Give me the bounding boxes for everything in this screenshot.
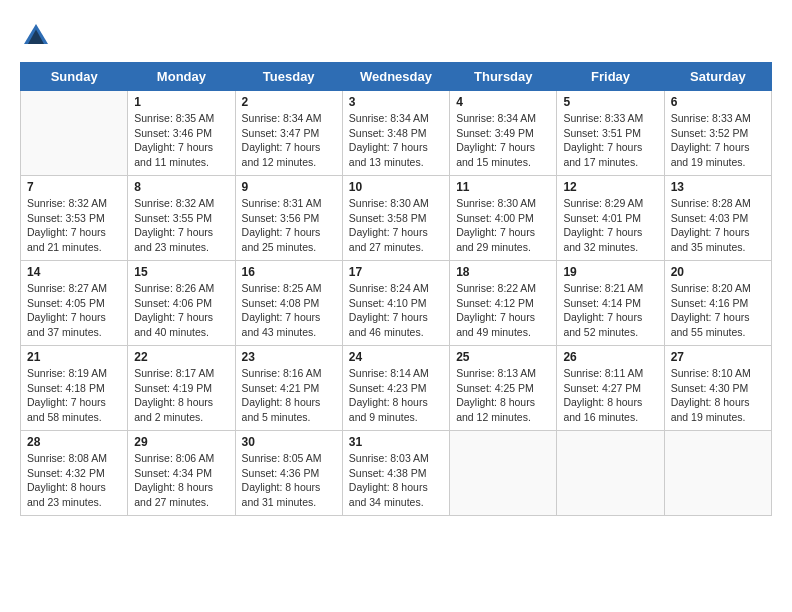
- header-saturday: Saturday: [664, 63, 771, 91]
- cell-details: Sunrise: 8:11 AMSunset: 4:27 PMDaylight:…: [563, 366, 657, 425]
- calendar-cell: 22 Sunrise: 8:17 AMSunset: 4:19 PMDaylig…: [128, 346, 235, 431]
- header-monday: Monday: [128, 63, 235, 91]
- day-number: 15: [134, 265, 228, 279]
- cell-details: Sunrise: 8:13 AMSunset: 4:25 PMDaylight:…: [456, 366, 550, 425]
- logo-icon: [20, 20, 52, 52]
- header-friday: Friday: [557, 63, 664, 91]
- header-sunday: Sunday: [21, 63, 128, 91]
- cell-details: Sunrise: 8:22 AMSunset: 4:12 PMDaylight:…: [456, 281, 550, 340]
- logo: [20, 20, 56, 52]
- calendar-cell: 1 Sunrise: 8:35 AMSunset: 3:46 PMDayligh…: [128, 91, 235, 176]
- page-header: [20, 20, 772, 52]
- calendar-cell: 28 Sunrise: 8:08 AMSunset: 4:32 PMDaylig…: [21, 431, 128, 516]
- calendar-cell: 23 Sunrise: 8:16 AMSunset: 4:21 PMDaylig…: [235, 346, 342, 431]
- day-number: 29: [134, 435, 228, 449]
- day-number: 4: [456, 95, 550, 109]
- calendar-cell: [21, 91, 128, 176]
- day-number: 5: [563, 95, 657, 109]
- calendar-cell: 25 Sunrise: 8:13 AMSunset: 4:25 PMDaylig…: [450, 346, 557, 431]
- calendar-cell: 13 Sunrise: 8:28 AMSunset: 4:03 PMDaylig…: [664, 176, 771, 261]
- cell-details: Sunrise: 8:30 AMSunset: 3:58 PMDaylight:…: [349, 196, 443, 255]
- day-number: 13: [671, 180, 765, 194]
- cell-details: Sunrise: 8:14 AMSunset: 4:23 PMDaylight:…: [349, 366, 443, 425]
- calendar-cell: 9 Sunrise: 8:31 AMSunset: 3:56 PMDayligh…: [235, 176, 342, 261]
- calendar-cell: 24 Sunrise: 8:14 AMSunset: 4:23 PMDaylig…: [342, 346, 449, 431]
- day-number: 18: [456, 265, 550, 279]
- cell-details: Sunrise: 8:19 AMSunset: 4:18 PMDaylight:…: [27, 366, 121, 425]
- day-number: 21: [27, 350, 121, 364]
- day-number: 28: [27, 435, 121, 449]
- cell-details: Sunrise: 8:33 AMSunset: 3:51 PMDaylight:…: [563, 111, 657, 170]
- cell-details: Sunrise: 8:24 AMSunset: 4:10 PMDaylight:…: [349, 281, 443, 340]
- calendar-cell: 27 Sunrise: 8:10 AMSunset: 4:30 PMDaylig…: [664, 346, 771, 431]
- header-tuesday: Tuesday: [235, 63, 342, 91]
- day-number: 12: [563, 180, 657, 194]
- cell-details: Sunrise: 8:35 AMSunset: 3:46 PMDaylight:…: [134, 111, 228, 170]
- calendar-cell: 18 Sunrise: 8:22 AMSunset: 4:12 PMDaylig…: [450, 261, 557, 346]
- week-row-2: 7 Sunrise: 8:32 AMSunset: 3:53 PMDayligh…: [21, 176, 772, 261]
- week-row-1: 1 Sunrise: 8:35 AMSunset: 3:46 PMDayligh…: [21, 91, 772, 176]
- cell-details: Sunrise: 8:20 AMSunset: 4:16 PMDaylight:…: [671, 281, 765, 340]
- cell-details: Sunrise: 8:17 AMSunset: 4:19 PMDaylight:…: [134, 366, 228, 425]
- day-number: 31: [349, 435, 443, 449]
- cell-details: Sunrise: 8:05 AMSunset: 4:36 PMDaylight:…: [242, 451, 336, 510]
- calendar-cell: 20 Sunrise: 8:20 AMSunset: 4:16 PMDaylig…: [664, 261, 771, 346]
- day-number: 22: [134, 350, 228, 364]
- calendar-body: 1 Sunrise: 8:35 AMSunset: 3:46 PMDayligh…: [21, 91, 772, 516]
- cell-details: Sunrise: 8:06 AMSunset: 4:34 PMDaylight:…: [134, 451, 228, 510]
- week-row-3: 14 Sunrise: 8:27 AMSunset: 4:05 PMDaylig…: [21, 261, 772, 346]
- day-number: 9: [242, 180, 336, 194]
- cell-details: Sunrise: 8:34 AMSunset: 3:47 PMDaylight:…: [242, 111, 336, 170]
- cell-details: Sunrise: 8:32 AMSunset: 3:55 PMDaylight:…: [134, 196, 228, 255]
- cell-details: Sunrise: 8:34 AMSunset: 3:49 PMDaylight:…: [456, 111, 550, 170]
- calendar-cell: 10 Sunrise: 8:30 AMSunset: 3:58 PMDaylig…: [342, 176, 449, 261]
- calendar-cell: 2 Sunrise: 8:34 AMSunset: 3:47 PMDayligh…: [235, 91, 342, 176]
- day-number: 16: [242, 265, 336, 279]
- week-row-5: 28 Sunrise: 8:08 AMSunset: 4:32 PMDaylig…: [21, 431, 772, 516]
- cell-details: Sunrise: 8:08 AMSunset: 4:32 PMDaylight:…: [27, 451, 121, 510]
- calendar-cell: 26 Sunrise: 8:11 AMSunset: 4:27 PMDaylig…: [557, 346, 664, 431]
- cell-details: Sunrise: 8:16 AMSunset: 4:21 PMDaylight:…: [242, 366, 336, 425]
- calendar-cell: 6 Sunrise: 8:33 AMSunset: 3:52 PMDayligh…: [664, 91, 771, 176]
- calendar-header-row: SundayMondayTuesdayWednesdayThursdayFrid…: [21, 63, 772, 91]
- day-number: 17: [349, 265, 443, 279]
- calendar-cell: 7 Sunrise: 8:32 AMSunset: 3:53 PMDayligh…: [21, 176, 128, 261]
- calendar-cell: 31 Sunrise: 8:03 AMSunset: 4:38 PMDaylig…: [342, 431, 449, 516]
- week-row-4: 21 Sunrise: 8:19 AMSunset: 4:18 PMDaylig…: [21, 346, 772, 431]
- cell-details: Sunrise: 8:31 AMSunset: 3:56 PMDaylight:…: [242, 196, 336, 255]
- calendar-cell: 15 Sunrise: 8:26 AMSunset: 4:06 PMDaylig…: [128, 261, 235, 346]
- cell-details: Sunrise: 8:27 AMSunset: 4:05 PMDaylight:…: [27, 281, 121, 340]
- day-number: 8: [134, 180, 228, 194]
- day-number: 1: [134, 95, 228, 109]
- day-number: 19: [563, 265, 657, 279]
- calendar-cell: 11 Sunrise: 8:30 AMSunset: 4:00 PMDaylig…: [450, 176, 557, 261]
- cell-details: Sunrise: 8:30 AMSunset: 4:00 PMDaylight:…: [456, 196, 550, 255]
- calendar-cell: 12 Sunrise: 8:29 AMSunset: 4:01 PMDaylig…: [557, 176, 664, 261]
- cell-details: Sunrise: 8:25 AMSunset: 4:08 PMDaylight:…: [242, 281, 336, 340]
- cell-details: Sunrise: 8:32 AMSunset: 3:53 PMDaylight:…: [27, 196, 121, 255]
- header-thursday: Thursday: [450, 63, 557, 91]
- calendar-cell: 5 Sunrise: 8:33 AMSunset: 3:51 PMDayligh…: [557, 91, 664, 176]
- cell-details: Sunrise: 8:33 AMSunset: 3:52 PMDaylight:…: [671, 111, 765, 170]
- day-number: 24: [349, 350, 443, 364]
- calendar-cell: 14 Sunrise: 8:27 AMSunset: 4:05 PMDaylig…: [21, 261, 128, 346]
- day-number: 11: [456, 180, 550, 194]
- cell-details: Sunrise: 8:21 AMSunset: 4:14 PMDaylight:…: [563, 281, 657, 340]
- calendar-cell: [450, 431, 557, 516]
- cell-details: Sunrise: 8:28 AMSunset: 4:03 PMDaylight:…: [671, 196, 765, 255]
- day-number: 25: [456, 350, 550, 364]
- day-number: 2: [242, 95, 336, 109]
- calendar-cell: 19 Sunrise: 8:21 AMSunset: 4:14 PMDaylig…: [557, 261, 664, 346]
- day-number: 3: [349, 95, 443, 109]
- calendar-table: SundayMondayTuesdayWednesdayThursdayFrid…: [20, 62, 772, 516]
- day-number: 23: [242, 350, 336, 364]
- day-number: 14: [27, 265, 121, 279]
- day-number: 20: [671, 265, 765, 279]
- calendar-cell: 17 Sunrise: 8:24 AMSunset: 4:10 PMDaylig…: [342, 261, 449, 346]
- cell-details: Sunrise: 8:34 AMSunset: 3:48 PMDaylight:…: [349, 111, 443, 170]
- day-number: 26: [563, 350, 657, 364]
- calendar-cell: 21 Sunrise: 8:19 AMSunset: 4:18 PMDaylig…: [21, 346, 128, 431]
- cell-details: Sunrise: 8:10 AMSunset: 4:30 PMDaylight:…: [671, 366, 765, 425]
- day-number: 27: [671, 350, 765, 364]
- header-wednesday: Wednesday: [342, 63, 449, 91]
